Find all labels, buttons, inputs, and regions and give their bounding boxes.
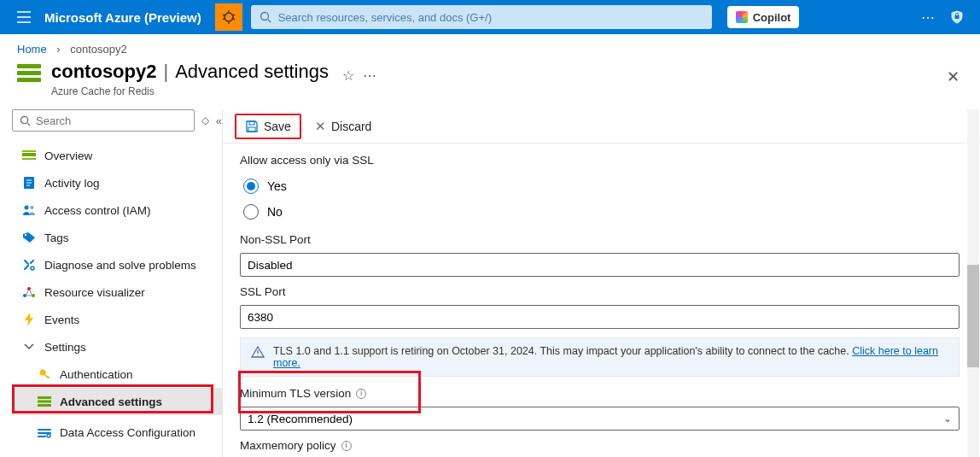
svg-point-1 bbox=[260, 13, 268, 21]
discard-x-icon: ✕ bbox=[315, 119, 326, 134]
copilot-button[interactable]: Copilot bbox=[727, 6, 800, 28]
svg-rect-16 bbox=[38, 396, 51, 399]
svg-rect-21 bbox=[248, 127, 255, 132]
maxmemory-info-icon[interactable]: i bbox=[341, 441, 352, 451]
redis-resource-icon bbox=[17, 64, 43, 90]
breadcrumb: Home › contosopy2 bbox=[0, 34, 980, 61]
svg-point-9 bbox=[31, 206, 34, 209]
resource-type: Azure Cache for Redis bbox=[51, 85, 329, 97]
overview-icon bbox=[22, 149, 36, 162]
favorite-star-icon[interactable]: ☆ bbox=[342, 67, 354, 84]
maxmemory-label: Maxmemory policy i bbox=[240, 439, 960, 452]
activity-log-icon bbox=[22, 176, 36, 190]
tls-version-select[interactable]: 1.2 (Recommended) ⌄ bbox=[240, 407, 960, 431]
visualizer-icon bbox=[22, 285, 36, 299]
page-title: Advanced settings bbox=[175, 61, 329, 83]
key-icon bbox=[38, 367, 51, 381]
preview-bug-button[interactable] bbox=[215, 3, 242, 31]
discard-button[interactable]: ✕ Discard bbox=[306, 114, 380, 139]
ssl-port-field[interactable]: 6380 bbox=[240, 305, 960, 329]
nav-advanced-settings[interactable]: Advanced settings bbox=[12, 388, 222, 415]
nav-tags[interactable]: Tags bbox=[12, 224, 222, 251]
save-button[interactable]: Save bbox=[235, 114, 301, 139]
collapse-sidebar-icon[interactable]: « bbox=[216, 114, 222, 127]
shield-icon[interactable] bbox=[949, 9, 965, 25]
sidebar-expand-icon[interactable]: ◇ bbox=[201, 114, 209, 126]
tls-version-label: Minimum TLS version i bbox=[240, 387, 960, 400]
svg-rect-17 bbox=[38, 401, 51, 403]
warning-icon bbox=[251, 345, 265, 359]
nav-diagnose[interactable]: Diagnose and solve problems bbox=[12, 251, 222, 278]
nav-data-access-config[interactable]: Data Access Configuration bbox=[12, 415, 222, 449]
svg-point-19 bbox=[47, 434, 50, 437]
svg-point-13 bbox=[32, 294, 35, 297]
svg-rect-5 bbox=[22, 150, 36, 152]
global-search[interactable] bbox=[251, 5, 712, 29]
nav-activity-log[interactable]: Activity log bbox=[12, 169, 222, 196]
svg-point-0 bbox=[225, 13, 233, 21]
header-more-icon[interactable]: ⋯ bbox=[363, 67, 376, 84]
brand: Microsoft Azure (Preview) bbox=[44, 10, 201, 25]
topbar-more-icon[interactable]: ⋯ bbox=[921, 9, 936, 26]
ssl-no-radio[interactable]: No bbox=[243, 199, 960, 225]
svg-rect-18 bbox=[38, 404, 51, 407]
global-search-input[interactable] bbox=[278, 11, 703, 24]
events-icon bbox=[22, 313, 36, 326]
scrollbar-thumb[interactable] bbox=[967, 265, 979, 367]
svg-rect-2 bbox=[955, 15, 960, 19]
diagnose-icon bbox=[22, 258, 36, 272]
svg-point-8 bbox=[25, 206, 29, 210]
svg-point-11 bbox=[31, 267, 34, 270]
svg-point-12 bbox=[23, 294, 26, 297]
close-blade-icon[interactable]: ✕ bbox=[947, 67, 963, 86]
resource-name: contosopy2 bbox=[51, 61, 156, 83]
chevron-right-icon: › bbox=[56, 43, 60, 56]
sidebar-search-input[interactable] bbox=[36, 114, 187, 127]
tls-retirement-banner: TLS 1.0 and 1.1 support is retiring on O… bbox=[240, 337, 960, 377]
nonssl-port-label: Non-SSL Port bbox=[240, 233, 960, 246]
ssl-access-label: Allow access only via SSL bbox=[240, 154, 960, 167]
nav-authentication[interactable]: Authentication bbox=[12, 360, 222, 388]
nav-overview[interactable]: Overview bbox=[12, 142, 222, 169]
copilot-icon bbox=[736, 11, 748, 23]
access-control-icon bbox=[22, 203, 36, 217]
tag-icon bbox=[22, 231, 36, 244]
svg-rect-4 bbox=[22, 153, 36, 156]
nav-resource-visualizer[interactable]: Resource visualizer bbox=[12, 278, 222, 306]
hamburger-menu[interactable] bbox=[7, 0, 41, 34]
nav-access-control[interactable]: Access control (IAM) bbox=[12, 196, 222, 224]
nav-settings-group[interactable]: Settings bbox=[12, 333, 222, 360]
chevron-down-icon: ⌄ bbox=[943, 413, 952, 425]
svg-point-14 bbox=[27, 287, 31, 290]
nav-events[interactable]: Events bbox=[12, 306, 222, 333]
data-access-icon bbox=[38, 425, 51, 439]
ssl-port-label: SSL Port bbox=[240, 285, 960, 298]
redis-small-icon bbox=[38, 395, 51, 408]
breadcrumb-home[interactable]: Home bbox=[17, 43, 47, 56]
ssl-yes-radio[interactable]: Yes bbox=[243, 173, 960, 199]
chevron-down-icon bbox=[22, 340, 36, 354]
breadcrumb-resource: contosopy2 bbox=[70, 43, 127, 56]
nonssl-port-field[interactable]: Disabled bbox=[240, 253, 960, 277]
svg-point-10 bbox=[25, 234, 26, 236]
svg-point-3 bbox=[20, 116, 27, 123]
svg-rect-6 bbox=[22, 158, 36, 160]
tls-info-icon[interactable]: i bbox=[356, 389, 366, 399]
sidebar-search[interactable] bbox=[12, 109, 195, 132]
save-icon bbox=[245, 120, 259, 133]
